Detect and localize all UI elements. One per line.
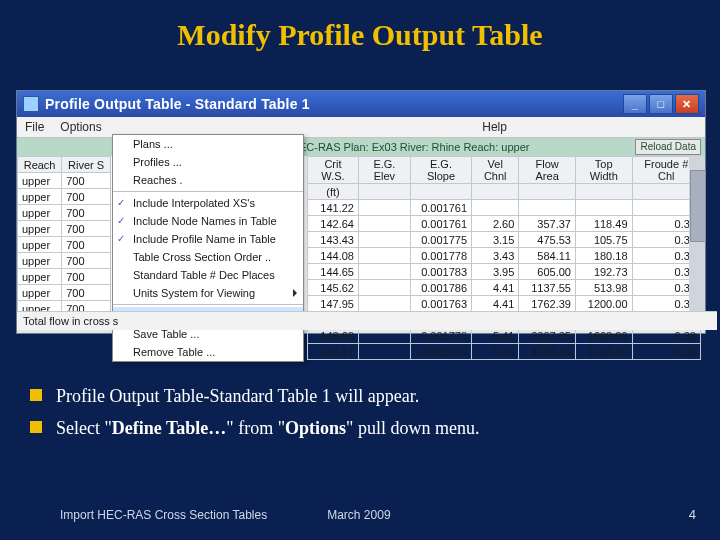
status-text: Total flow in cross s (17, 311, 717, 330)
minimize-button[interactable]: _ (623, 94, 647, 114)
menu-item[interactable]: Reaches . (113, 171, 303, 189)
bullet-icon (30, 389, 42, 401)
col-reach[interactable]: Reach (18, 157, 62, 173)
menu-item[interactable]: ✓Include Node Names in Table (113, 212, 303, 230)
reload-button[interactable]: Reload Data (635, 139, 701, 155)
titlebar[interactable]: Profile Output Table - Standard Table 1 … (17, 91, 705, 117)
close-button[interactable]: ✕ (675, 94, 699, 114)
menu-item[interactable]: ✓Include Interpolated XS's (113, 194, 303, 212)
menu-item[interactable]: Plans ... (113, 135, 303, 153)
menu-file[interactable]: File (25, 120, 44, 134)
menu-item[interactable]: Table Cross Section Order .. (113, 248, 303, 266)
scrollbar[interactable] (689, 156, 705, 330)
left-table: ReachRiver S upper700 upper700 upper700 … (17, 156, 111, 317)
menu-item[interactable]: Standard Table # Dec Places (113, 266, 303, 284)
bullet-icon (30, 421, 42, 433)
scroll-thumb[interactable] (690, 170, 706, 242)
bullet-2: Select "Define Table…" from "Options" pu… (56, 412, 479, 444)
menu-item[interactable]: Units System for Viewing (113, 284, 303, 302)
menu-item[interactable]: ✓Include Profile Name in Table (113, 230, 303, 248)
menu-options[interactable]: Options (60, 120, 101, 134)
col-rivers[interactable]: River S (62, 157, 111, 173)
plan-text: HEC-RAS Plan: Ex03 River: Rhine Reach: u… (291, 141, 529, 153)
window-caption: Profile Output Table - Standard Table 1 (45, 96, 310, 112)
menu-item[interactable]: Remove Table ... (113, 343, 303, 361)
menu-help[interactable]: Help (482, 120, 507, 134)
slide-title: Modify Profile Output Table (0, 18, 720, 52)
bullet-1: Profile Output Table-Standard Table 1 wi… (56, 380, 419, 412)
footer: Import HEC-RAS Cross Section TablesMarch… (60, 508, 391, 522)
page-number: 4 (689, 507, 696, 522)
menu-item[interactable]: Profiles ... (113, 153, 303, 171)
table-content: ReachRiver S upper700 upper700 upper700 … (17, 156, 705, 330)
bullet-list: Profile Output Table-Standard Table 1 wi… (30, 380, 690, 444)
app-window: Profile Output Table - Standard Table 1 … (16, 90, 706, 334)
app-icon (23, 96, 39, 112)
maximize-button[interactable]: □ (649, 94, 673, 114)
